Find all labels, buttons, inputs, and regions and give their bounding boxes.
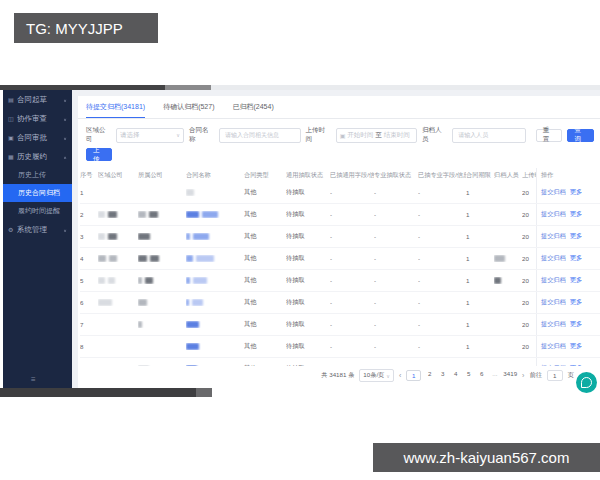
more-link[interactable]: 更多 bbox=[570, 232, 582, 241]
table-row: 2其他待抽取---120提交归档更多 bbox=[80, 204, 600, 226]
cell-serial: 9 bbox=[80, 365, 98, 366]
page-button[interactable]: 5 bbox=[464, 370, 473, 381]
cell-contract-name[interactable] bbox=[186, 299, 244, 307]
sidebar-collapse-icon[interactable]: ≡ bbox=[31, 375, 37, 384]
table-row: 6其他待抽取---120提交归档更多 bbox=[80, 292, 600, 314]
table-row: 4其他待抽取---120提交归档更多 bbox=[80, 248, 600, 270]
archive-person-input[interactable] bbox=[456, 131, 522, 139]
more-link[interactable]: 更多 bbox=[570, 188, 582, 197]
page-button[interactable]: 6 bbox=[477, 370, 486, 381]
cell-contract-name[interactable] bbox=[186, 343, 244, 351]
cell-contract-name[interactable] bbox=[186, 255, 244, 263]
prev-page-button[interactable]: ‹ bbox=[399, 372, 401, 379]
redacted-text bbox=[186, 365, 197, 366]
submit-archive-link[interactable]: 提交归档 bbox=[541, 232, 566, 241]
page-button[interactable]: 2 bbox=[425, 370, 434, 381]
cell-term: 1 bbox=[466, 277, 494, 284]
customer-service-float-button[interactable] bbox=[576, 372, 597, 393]
region-company-select[interactable]: 请选择 ∨ bbox=[116, 128, 184, 143]
more-link[interactable]: 更多 bbox=[570, 320, 582, 329]
submit-archive-link[interactable]: 提交归档 bbox=[541, 342, 566, 351]
column-header: 合同名称 bbox=[186, 171, 244, 180]
column-header: 通用抽取状态 bbox=[286, 171, 330, 180]
redacted-text bbox=[186, 189, 194, 196]
submit-archive-link[interactable]: 提交归档 bbox=[541, 188, 566, 197]
cell-serial: 7 bbox=[80, 321, 98, 328]
redacted-text bbox=[186, 321, 199, 328]
column-header: 序号 bbox=[80, 171, 98, 180]
cell-serial: 1 bbox=[80, 189, 98, 196]
goto-page-input[interactable]: 1 bbox=[547, 370, 563, 381]
cell-actions: 提交归档更多 bbox=[536, 358, 594, 366]
sidebar-subitem-历史合同归档[interactable]: 历史合同归档 bbox=[3, 184, 72, 202]
more-link[interactable]: 更多 bbox=[570, 364, 582, 366]
cell-general-status: 待抽取 bbox=[286, 232, 330, 241]
page-button[interactable]: 3419 bbox=[503, 370, 517, 381]
redacted-text bbox=[109, 255, 117, 262]
next-page-button[interactable]: › bbox=[522, 372, 524, 379]
reset-button[interactable]: 重置 bbox=[536, 129, 563, 142]
more-link[interactable]: 更多 bbox=[570, 342, 582, 351]
screenshot-canvas: TG: MYYJJPP ▤合同起草∨◫协作审查∨▣合同审批∨▦历史履约∧历史上传… bbox=[0, 0, 600, 480]
search-button[interactable]: 查询 bbox=[567, 129, 594, 142]
cell-term: 1 bbox=[466, 233, 494, 240]
more-link[interactable]: 更多 bbox=[570, 276, 582, 285]
cell-contract-name[interactable] bbox=[186, 211, 244, 219]
telegram-watermark: TG: MYYJJPP bbox=[14, 13, 158, 43]
column-header: 所属公司 bbox=[138, 171, 186, 180]
cell-actions: 提交归档更多 bbox=[536, 204, 594, 225]
cell-owner-company bbox=[138, 299, 186, 307]
table-body: 1其他待抽取---120提交归档更多2其他待抽取---120提交归档更多3其他待… bbox=[80, 182, 600, 366]
sidebar-item-系统管理[interactable]: ⚙系统管理∨ bbox=[3, 220, 72, 239]
page-button[interactable]: 3 bbox=[438, 370, 447, 381]
submit-archive-link[interactable]: 提交归档 bbox=[541, 254, 566, 263]
sidebar-item-合同审批[interactable]: ▣合同审批∨ bbox=[3, 128, 72, 147]
cell-general-fields: - bbox=[330, 321, 374, 328]
chevron-down-icon: ∨ bbox=[63, 97, 67, 102]
column-header: 操作 bbox=[536, 168, 594, 182]
sidebar-subitem-履约时间提醒[interactable]: 履约时间提醒 bbox=[3, 202, 72, 220]
cell-upload-time: 20 bbox=[522, 233, 536, 240]
tab-pending-submit[interactable]: 待提交归档(34181) bbox=[86, 102, 145, 119]
region-select-placeholder: 请选择 bbox=[120, 131, 174, 140]
cell-contract-type: 其他 bbox=[244, 298, 286, 307]
submit-archive-link[interactable]: 提交归档 bbox=[541, 298, 566, 307]
cell-region-company bbox=[98, 255, 138, 263]
page-button[interactable]: 4 bbox=[451, 370, 460, 381]
redacted-text bbox=[138, 277, 142, 284]
page-button[interactable]: 1 bbox=[406, 370, 421, 381]
more-link[interactable]: 更多 bbox=[570, 298, 582, 307]
cell-contract-name[interactable] bbox=[186, 233, 244, 241]
cell-contract-name[interactable] bbox=[186, 365, 244, 366]
cell-contract-type: 其他 bbox=[244, 210, 286, 219]
tab-archived[interactable]: 已归档(2454) bbox=[232, 102, 273, 119]
cell-upload-time: 20 bbox=[522, 189, 536, 196]
submit-archive-link[interactable]: 提交归档 bbox=[541, 320, 566, 329]
chevron-down-icon: ∨ bbox=[176, 132, 180, 138]
sidebar-subitem-历史上传[interactable]: 历史上传 bbox=[3, 166, 72, 184]
redacted-text bbox=[186, 255, 193, 262]
cell-contract-name[interactable] bbox=[186, 321, 244, 329]
cell-general-status: 待抽取 bbox=[286, 298, 330, 307]
redacted-text bbox=[98, 277, 105, 284]
more-link[interactable]: 更多 bbox=[570, 210, 582, 219]
submit-archive-link[interactable]: 提交归档 bbox=[541, 276, 566, 285]
cell-owner-company bbox=[138, 365, 186, 366]
sidebar-item-历史履约[interactable]: ▦历史履约∧ bbox=[3, 147, 72, 166]
more-link[interactable]: 更多 bbox=[570, 254, 582, 263]
sidebar-item-协作审查[interactable]: ◫协作审查∨ bbox=[3, 109, 72, 128]
cell-contract-name[interactable] bbox=[186, 189, 244, 197]
cell-contract-name[interactable] bbox=[186, 277, 244, 285]
upload-time-range[interactable]: ▣ 开始时间 至 结束时间 bbox=[336, 128, 417, 143]
cell-general-fields: - bbox=[330, 211, 374, 218]
submit-archive-link[interactable]: 提交归档 bbox=[541, 364, 566, 366]
contract-name-input[interactable] bbox=[223, 131, 296, 139]
cell-owner-company bbox=[138, 233, 186, 241]
upload-button[interactable]: 上传 bbox=[86, 148, 112, 161]
sidebar-item-合同起草[interactable]: ▤合同起草∨ bbox=[3, 90, 72, 109]
page-size-select[interactable]: 10条/页 ∨ bbox=[359, 369, 394, 382]
cell-serial: 4 bbox=[80, 255, 98, 262]
submit-archive-link[interactable]: 提交归档 bbox=[541, 210, 566, 219]
tab-pending-confirm[interactable]: 待确认归档(527) bbox=[163, 102, 214, 119]
table-header: 序号区域公司所属公司合同名称合同类型通用抽取状态已抽通用字段/信息专业抽取状态已… bbox=[80, 168, 600, 182]
